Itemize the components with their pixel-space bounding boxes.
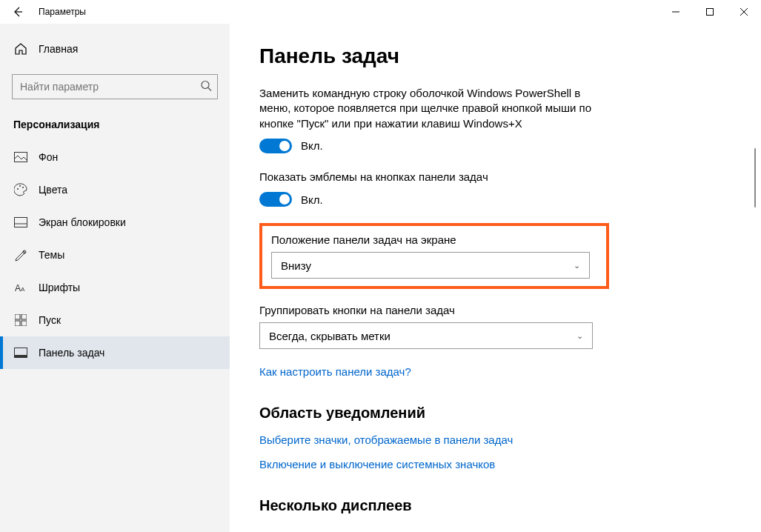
taskbar-icon	[13, 345, 28, 360]
svg-rect-0	[707, 9, 714, 16]
dropdown-value: Всегда, скрывать метки	[269, 330, 391, 342]
fonts-icon: AA	[13, 280, 28, 295]
svg-rect-6	[15, 218, 27, 227]
select-icons-link[interactable]: Выберите значки, отображаемые в панели з…	[259, 433, 513, 446]
home-icon	[13, 41, 28, 56]
sidebar-item-taskbar[interactable]: Панель задач	[0, 336, 230, 369]
themes-icon	[13, 247, 28, 262]
back-button[interactable]	[0, 0, 36, 24]
svg-point-3	[17, 188, 19, 190]
sidebar-item-fonts[interactable]: AA Шрифты	[0, 271, 230, 304]
sidebar-item-label: Панель задач	[28, 347, 104, 359]
scrollbar-thumb[interactable]	[754, 148, 756, 207]
window-controls	[659, 0, 761, 24]
powershell-toggle[interactable]	[259, 139, 292, 153]
badges-label: Показать эмблемы на кнопках панели задач	[259, 170, 600, 184]
badges-toggle-row: Вкл.	[259, 192, 731, 207]
svg-point-1	[202, 82, 209, 89]
lockscreen-icon	[13, 215, 28, 230]
sidebar-category: Персонализация	[0, 113, 230, 141]
powershell-toggle-row: Вкл.	[259, 139, 731, 153]
window-title: Параметры	[36, 7, 86, 17]
toggle-state-label: Вкл.	[301, 139, 323, 152]
svg-text:A: A	[21, 286, 25, 293]
titlebar: Параметры	[0, 0, 761, 24]
maximize-icon	[706, 8, 714, 16]
sidebar-item-label: Пуск	[28, 314, 61, 326]
search-input[interactable]	[12, 74, 218, 99]
sidebar-item-themes[interactable]: Темы	[0, 239, 230, 271]
position-label: Положение панели задач на экране	[271, 233, 597, 246]
content-area: Панель задач Заменить командную строку о…	[230, 24, 761, 532]
sidebar-item-label: Цвета	[28, 184, 67, 196]
position-highlight: Положение панели задач на экране Внизу ⌄	[259, 223, 609, 289]
sidebar: Главная Персонализация Фон Цвета Э	[0, 24, 230, 532]
sidebar-home[interactable]: Главная	[0, 33, 230, 65]
sidebar-search	[12, 74, 218, 99]
svg-rect-11	[15, 314, 20, 319]
toggle-state-label: Вкл.	[301, 193, 323, 206]
badges-toggle[interactable]	[259, 192, 292, 207]
chevron-down-icon: ⌄	[576, 331, 583, 341]
multi-displays-title: Несколько дисплеев	[259, 497, 731, 514]
sidebar-item-background[interactable]: Фон	[0, 141, 230, 173]
svg-text:A: A	[15, 283, 21, 293]
position-dropdown[interactable]: Внизу ⌄	[271, 252, 590, 279]
sidebar-item-start[interactable]: Пуск	[0, 304, 230, 336]
sidebar-item-lockscreen[interactable]: Экран блокировки	[0, 206, 230, 239]
svg-rect-7	[15, 224, 27, 227]
close-icon	[740, 8, 748, 16]
sidebar-home-label: Главная	[28, 43, 78, 55]
dropdown-value: Внизу	[281, 259, 311, 272]
svg-rect-14	[21, 321, 27, 326]
minimize-icon	[672, 8, 679, 16]
arrow-left-icon	[12, 6, 24, 18]
combine-label: Группировать кнопки на панели задач	[259, 304, 731, 316]
system-icons-link[interactable]: Включение и выключение системных значков	[259, 458, 495, 471]
sidebar-item-label: Шрифты	[28, 282, 80, 293]
combine-dropdown[interactable]: Всегда, скрывать метки ⌄	[259, 322, 593, 349]
customize-taskbar-link[interactable]: Как настроить панели задач?	[259, 365, 411, 378]
start-icon	[13, 313, 28, 327]
notification-area-title: Область уведомлений	[259, 405, 731, 422]
palette-icon	[13, 182, 28, 197]
minimize-button[interactable]	[659, 0, 693, 24]
search-icon	[200, 80, 212, 94]
svg-point-5	[22, 187, 24, 188]
picture-icon	[13, 150, 28, 164]
svg-rect-12	[21, 314, 27, 319]
sidebar-item-colors[interactable]: Цвета	[0, 173, 230, 206]
sidebar-item-label: Фон	[28, 151, 58, 163]
svg-point-4	[19, 185, 21, 187]
page-title: Панель задач	[259, 44, 731, 68]
scrollbar[interactable]	[749, 0, 761, 532]
powershell-description: Заменить командную строку оболочкой Wind…	[259, 86, 600, 131]
svg-rect-16	[15, 355, 27, 358]
maximize-button[interactable]	[693, 0, 727, 24]
sidebar-item-label: Темы	[28, 249, 64, 261]
svg-rect-13	[15, 321, 20, 326]
sidebar-item-label: Экран блокировки	[28, 216, 126, 228]
chevron-down-icon: ⌄	[574, 261, 580, 270]
